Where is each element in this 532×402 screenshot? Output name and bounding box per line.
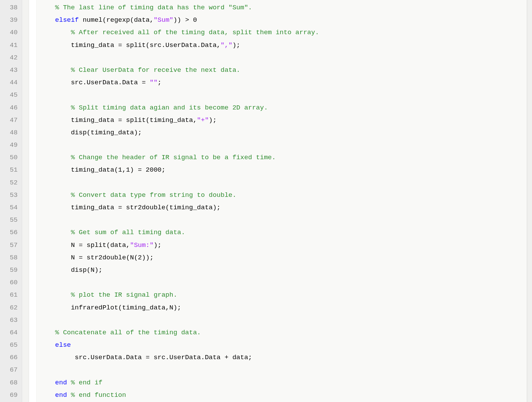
code-token: end xyxy=(55,379,67,386)
vertical-scrollbar[interactable] xyxy=(527,0,532,402)
line-number: 41 xyxy=(0,39,18,51)
code-line[interactable]: else xyxy=(39,339,527,351)
code-token: % Convert data type from string to doubl… xyxy=(71,191,236,199)
code-token: % Concatenate all of the timing data. xyxy=(55,329,201,336)
code-token: timing_data = str2double(timing_data); xyxy=(71,204,220,211)
code-token: ); xyxy=(209,116,217,124)
code-line[interactable] xyxy=(39,139,527,151)
code-token: timing_data = split(src.UserData.Data, xyxy=(71,41,220,49)
code-token: % end function xyxy=(71,391,126,399)
code-area[interactable]: % The last line of timing data has the w… xyxy=(37,0,527,402)
line-number: 57 xyxy=(0,239,18,251)
line-number: 40 xyxy=(0,26,18,39)
line-number: 49 xyxy=(0,139,18,151)
code-line[interactable]: end % end function xyxy=(39,389,527,401)
code-line[interactable]: % After received all of the timing data,… xyxy=(39,26,527,39)
line-number-gutter: 3839404142434445464748495051525354555657… xyxy=(0,0,22,402)
line-number: 69 xyxy=(0,389,18,401)
code-line[interactable]: % Split timing data agian and its become… xyxy=(39,102,527,114)
code-line[interactable]: % Convert data type from string to doubl… xyxy=(39,189,527,201)
code-token: numel(regexp(data, xyxy=(79,16,154,24)
code-line[interactable]: % Change the header of IR signal to be a… xyxy=(39,151,527,164)
line-number: 43 xyxy=(0,64,18,76)
line-number: 38 xyxy=(0,1,18,14)
code-token xyxy=(67,379,71,386)
code-line[interactable]: timing_data = str2double(timing_data); xyxy=(39,201,527,214)
code-editor: 3839404142434445464748495051525354555657… xyxy=(0,0,532,402)
code-line[interactable]: elseif numel(regexp(data,"Sum")) > 0 xyxy=(39,14,527,26)
code-line[interactable]: infraredPlot(timing_data,N); xyxy=(39,302,527,314)
code-line[interactable]: disp(N); xyxy=(39,264,527,276)
line-number: 64 xyxy=(0,326,18,339)
code-line[interactable]: N = str2double(N(2)); xyxy=(39,251,527,264)
code-line[interactable] xyxy=(39,364,527,376)
code-line[interactable] xyxy=(39,176,527,189)
line-number: 47 xyxy=(0,114,18,126)
line-number: 46 xyxy=(0,102,18,114)
line-number: 54 xyxy=(0,201,18,214)
code-token: ; xyxy=(158,79,161,86)
code-line[interactable]: disp(timing_data); xyxy=(39,126,527,139)
code-token: "Sum:" xyxy=(130,241,153,249)
line-number: 45 xyxy=(0,89,18,101)
code-token: timing_data = split(timing_data, xyxy=(71,116,197,124)
code-token xyxy=(67,391,71,399)
code-token: disp(timing_data); xyxy=(71,129,142,136)
code-line[interactable]: src.UserData.Data = src.UserData.Data + … xyxy=(39,351,527,364)
code-line[interactable]: end % end if xyxy=(39,376,527,389)
line-number: 48 xyxy=(0,126,18,139)
code-line[interactable] xyxy=(39,314,527,326)
code-token: % Get sum of all timing data. xyxy=(71,229,185,236)
line-number: 51 xyxy=(0,164,18,176)
code-token: src.UserData.Data = xyxy=(71,79,150,86)
code-line[interactable]: % plot the IR signal graph. xyxy=(39,289,527,301)
line-number: 60 xyxy=(0,276,18,289)
line-number: 61 xyxy=(0,289,18,301)
line-number: 62 xyxy=(0,302,18,314)
line-number: 68 xyxy=(0,376,18,389)
code-token: else xyxy=(55,341,71,349)
code-line[interactable]: % Concatenate all of the timing data. xyxy=(39,326,527,339)
code-line[interactable]: timing_data = split(timing_data,"+"); xyxy=(39,114,527,126)
line-number: 66 xyxy=(0,351,18,364)
code-token: % plot the IR signal graph. xyxy=(71,291,177,299)
code-token: elseif xyxy=(55,16,79,24)
code-token: % Clear UserData for receive the next da… xyxy=(71,66,240,74)
code-token: end xyxy=(55,391,67,399)
code-line[interactable]: timing_data(1,1) = 2000; xyxy=(39,164,527,176)
code-line[interactable]: src.UserData.Data = ""; xyxy=(39,76,527,89)
code-token: "" xyxy=(150,79,158,86)
code-token: % The last line of timing data has the w… xyxy=(55,4,252,11)
code-line[interactable] xyxy=(39,214,527,226)
fold-gutter xyxy=(22,0,29,402)
line-number: 44 xyxy=(0,76,18,89)
line-number: 65 xyxy=(0,339,18,351)
code-token: src.UserData.Data = src.UserData.Data + … xyxy=(71,354,252,361)
code-token: )) > 0 xyxy=(173,16,197,24)
code-token: timing_data(1,1) = 2000; xyxy=(71,166,165,174)
line-number: 50 xyxy=(0,151,18,164)
line-number: 55 xyxy=(0,214,18,226)
code-token: ); xyxy=(154,241,162,249)
code-token: N = str2double(N(2)); xyxy=(71,254,153,261)
code-token: % Change the header of IR signal to be a… xyxy=(71,154,276,161)
code-token: ); xyxy=(232,41,240,49)
code-token: "Sum" xyxy=(154,16,173,24)
code-token: % After received all of the timing data,… xyxy=(71,29,319,36)
line-number: 42 xyxy=(0,51,18,64)
code-line[interactable] xyxy=(39,51,527,64)
line-number: 58 xyxy=(0,251,18,264)
code-line[interactable]: % The last line of timing data has the w… xyxy=(39,1,527,14)
code-token: "," xyxy=(221,41,232,49)
breakpoint-strip[interactable] xyxy=(29,0,37,402)
code-line[interactable]: % Clear UserData for receive the next da… xyxy=(39,64,527,76)
code-token: N = split(data, xyxy=(71,241,130,249)
code-line[interactable] xyxy=(39,276,527,289)
code-line[interactable]: % Get sum of all timing data. xyxy=(39,226,527,239)
code-line[interactable] xyxy=(39,89,527,101)
code-line[interactable]: timing_data = split(src.UserData.Data,",… xyxy=(39,39,527,51)
line-number: 53 xyxy=(0,189,18,201)
code-line[interactable]: N = split(data,"Sum:"); xyxy=(39,239,527,251)
line-number: 67 xyxy=(0,364,18,376)
line-number: 63 xyxy=(0,314,18,326)
